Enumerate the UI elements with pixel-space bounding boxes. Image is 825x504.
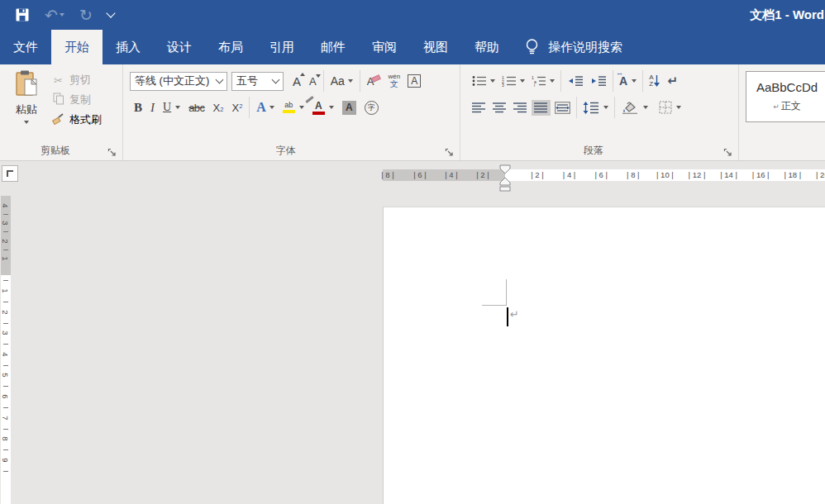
paste-dropdown-icon[interactable] xyxy=(24,121,29,124)
left-tab-icon xyxy=(7,170,13,177)
ribbon-tab[interactable]: 视图 xyxy=(410,30,461,64)
underline-button[interactable]: U xyxy=(160,99,184,116)
save-icon[interactable] xyxy=(15,7,30,22)
tab-selector-button[interactable] xyxy=(2,165,18,182)
highlight-dropdown-icon[interactable] xyxy=(299,106,304,109)
cut-button: ✂ 剪切 xyxy=(51,73,102,88)
document-workspace: | 8 || 6 || 4 || 2 || 2 || 4 || 6 || 8 |… xyxy=(0,161,825,504)
subscript-button[interactable]: X2 xyxy=(210,100,227,116)
ruler-number: | 14 | xyxy=(720,169,737,181)
ribbon-tab-row: 文件开始插入设计布局引用邮件审阅视图帮助 操作说明搜索 xyxy=(0,30,825,64)
shading-button[interactable] xyxy=(618,98,651,116)
ruler-tick xyxy=(3,471,8,472)
ruler-number: 8 xyxy=(1,434,11,444)
clear-formatting-button[interactable]: A xyxy=(364,74,384,89)
tell-me-search[interactable]: 操作说明搜索 xyxy=(513,30,622,64)
bullets-button[interactable] xyxy=(470,73,498,89)
text-effects-button[interactable]: A xyxy=(253,98,278,116)
borders-button[interactable] xyxy=(656,98,684,116)
svg-text:i: i xyxy=(534,83,535,87)
copy-icon xyxy=(51,93,65,107)
line-spacing-dropdown-icon[interactable] xyxy=(603,106,608,109)
customize-qat-icon[interactable] xyxy=(107,13,114,17)
ruler-tick xyxy=(3,449,8,450)
paste-button[interactable]: 粘贴 xyxy=(5,69,48,142)
increase-indent-button[interactable] xyxy=(588,73,609,89)
ruler-number: 2 xyxy=(1,236,11,246)
clipboard-icon xyxy=(14,69,39,101)
font-color-dropdown-icon[interactable] xyxy=(329,106,334,109)
ribbon-tab[interactable]: 审阅 xyxy=(359,30,410,64)
font-size-combobox[interactable]: 五号 xyxy=(231,72,284,91)
multilevel-dropdown-icon[interactable] xyxy=(550,79,555,83)
click-type-pointer-vertical xyxy=(506,279,507,305)
superscript-button[interactable]: X2 xyxy=(228,100,246,116)
click-type-pointer-horizontal xyxy=(482,305,507,306)
text-effects-dropdown-icon[interactable] xyxy=(269,106,274,109)
numbering-dropdown-icon[interactable] xyxy=(520,79,525,83)
asian-layout-dropdown-icon[interactable] xyxy=(632,79,637,83)
align-right-button[interactable] xyxy=(511,100,530,116)
change-case-button[interactable]: Aa xyxy=(327,73,356,89)
shrink-font-button[interactable]: A xyxy=(306,74,320,89)
line-spacing-button[interactable] xyxy=(580,99,611,116)
ribbon-tab[interactable]: 引用 xyxy=(256,30,308,64)
asian-layout-button[interactable]: ↔ A xyxy=(617,72,639,90)
ribbon-tab[interactable]: 帮助 xyxy=(461,30,513,64)
ribbon-tab[interactable]: 设计 xyxy=(154,30,205,64)
phonetic-guide-button[interactable]: wén 文 xyxy=(385,74,403,88)
grow-font-button[interactable]: A xyxy=(289,73,304,90)
paragraph-dialog-launcher-icon[interactable] xyxy=(723,146,735,158)
format-painter-icon xyxy=(51,112,65,127)
ruler-number: 6 xyxy=(1,392,11,402)
ruler-number: 3 xyxy=(1,218,11,228)
borders-dropdown-icon[interactable] xyxy=(676,106,681,109)
align-left-button[interactable] xyxy=(470,100,489,116)
ruler-number: | 18 | xyxy=(784,169,801,181)
bold-button[interactable]: B xyxy=(131,99,145,116)
ribbon-tab[interactable]: 开始 xyxy=(51,30,103,64)
highlight-color-bar xyxy=(283,110,295,113)
ribbon-tab[interactable]: 文件 xyxy=(0,30,51,64)
underline-dropdown-icon[interactable] xyxy=(175,106,180,109)
ribbon-tab[interactable]: 插入 xyxy=(103,30,154,64)
highlight-button[interactable]: ab xyxy=(279,100,308,115)
font-name-combobox[interactable]: 等线 (中文正文) xyxy=(130,72,227,91)
ruler-number: 4 xyxy=(1,349,11,359)
multilevel-list-button[interactable]: 1 a i xyxy=(529,73,557,89)
style-normal-card[interactable]: AaBbCcDd ↵正文 xyxy=(746,71,825,122)
italic-button[interactable]: I xyxy=(147,99,158,116)
ruler-number: 7 xyxy=(1,413,11,423)
quick-access-toolbar: ↶ ↻ xyxy=(0,7,114,23)
document-page[interactable] xyxy=(383,207,825,504)
font-dialog-launcher-icon[interactable] xyxy=(445,146,456,158)
ruler-tick xyxy=(3,344,8,345)
justify-button[interactable] xyxy=(532,100,551,116)
enclose-characters-button[interactable]: 字 xyxy=(361,99,382,116)
bullets-dropdown-icon[interactable] xyxy=(490,79,495,83)
numbering-button[interactable]: 123 xyxy=(499,73,527,89)
ruler-tick xyxy=(3,386,8,387)
shading-dropdown-icon[interactable] xyxy=(643,106,648,109)
font-color-button[interactable]: A xyxy=(309,99,337,116)
clipboard-dialog-launcher-icon[interactable] xyxy=(107,146,119,158)
ruler-tick xyxy=(3,407,8,408)
first-line-indent-marker[interactable] xyxy=(499,163,511,178)
align-center-button[interactable] xyxy=(490,100,509,116)
character-border-button[interactable]: A xyxy=(404,73,424,89)
font-name-dropdown-icon[interactable] xyxy=(216,76,224,84)
ribbon-tab[interactable]: 布局 xyxy=(205,30,256,64)
character-shading-button[interactable]: A xyxy=(339,99,360,116)
format-painter-button[interactable]: 格式刷 xyxy=(51,112,102,127)
hanging-indent-marker[interactable] xyxy=(499,177,511,195)
ruler-tick xyxy=(3,214,8,215)
svg-text:3: 3 xyxy=(502,83,504,87)
ruler-tick xyxy=(3,231,8,232)
strikethrough-button[interactable]: abc xyxy=(185,100,207,116)
ribbon-tab[interactable]: 邮件 xyxy=(308,30,359,64)
show-marks-button[interactable]: ↵ xyxy=(665,71,680,91)
font-size-dropdown-icon[interactable] xyxy=(272,76,280,84)
distribute-button[interactable] xyxy=(552,99,573,116)
sort-button[interactable]: AZ xyxy=(646,72,663,90)
decrease-indent-button[interactable] xyxy=(565,73,586,89)
